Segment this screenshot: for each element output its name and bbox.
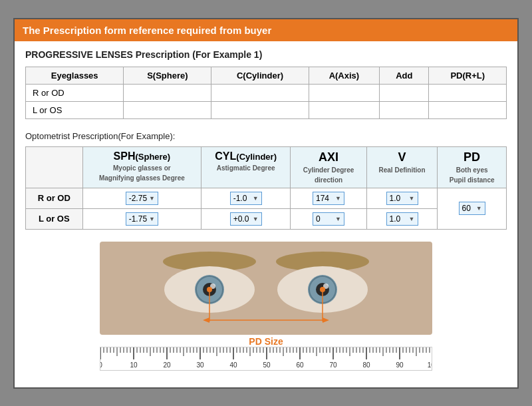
- table-cell: [309, 101, 380, 118]
- header-bar: The Prescription form reference required…: [15, 19, 517, 41]
- pd-size-label: PD Size: [100, 336, 432, 347]
- pd-cell[interactable]: 60▼: [438, 188, 507, 229]
- rx-col-header: A(Axis): [309, 67, 380, 84]
- cyl-cell[interactable]: +0.0▼: [201, 208, 291, 229]
- rx-col-header: Eyeglasses: [26, 67, 124, 84]
- svg-text:30: 30: [196, 361, 204, 369]
- svg-text:90: 90: [396, 361, 404, 369]
- eye-section: PD Size 0102030405060708090100: [25, 242, 507, 373]
- main-card: The Prescription form reference required…: [13, 18, 519, 389]
- sph-cell[interactable]: -1.75▼: [82, 208, 201, 229]
- pd-header: PD Both eyesPupil distance: [438, 146, 507, 188]
- eye-illustration: [100, 242, 432, 335]
- table-cell: [380, 101, 429, 118]
- main-row-label: L or OS: [26, 208, 83, 229]
- main-table-row: L or OS-1.75▼+0.0▼0▼1.0▼: [26, 208, 507, 229]
- table-cell: [211, 84, 309, 101]
- svg-text:50: 50: [263, 361, 271, 369]
- table-cell: [309, 84, 380, 101]
- cyl-cell[interactable]: -1.0▼: [201, 188, 291, 208]
- optometrist-label: Optometrist Prescription(For Example):: [25, 131, 507, 141]
- axi-header: AXI Cylinder Degreedirection: [291, 146, 367, 188]
- main-header-row: SPH(Sphere) Myopic glasses orMagnifying …: [26, 146, 507, 188]
- svg-text:40: 40: [229, 361, 237, 369]
- rx-col-header: C(Cylinder): [211, 67, 309, 84]
- svg-rect-0: [100, 242, 432, 335]
- svg-text:80: 80: [362, 361, 370, 369]
- main-rx-table: SPH(Sphere) Myopic glasses orMagnifying …: [25, 146, 507, 230]
- rx-col-header: Add: [380, 67, 429, 84]
- table-cell: [211, 101, 309, 118]
- sph-cell[interactable]: -2.75▼: [82, 188, 201, 208]
- header-text: The Prescription form reference required…: [23, 25, 271, 36]
- v-header: V Real Definition: [366, 146, 437, 188]
- axi-cell[interactable]: 174▼: [291, 188, 367, 208]
- svg-text:60: 60: [296, 361, 304, 369]
- cyl-header: CYL(Cylinder) Astigmatic Degree: [201, 146, 291, 188]
- row-label: R or OD: [26, 84, 124, 101]
- table-row: R or OD: [26, 84, 507, 101]
- table-cell: [124, 84, 211, 101]
- v-cell[interactable]: 1.0▼: [366, 188, 437, 208]
- table-cell: [429, 84, 507, 101]
- prescription-table: EyeglassesS(Sphere)C(Cylinder)A(Axis)Add…: [25, 67, 507, 119]
- ruler: 0102030405060708090100: [100, 347, 432, 371]
- rx-col-header: PD(R+L): [429, 67, 507, 84]
- svg-text:70: 70: [329, 361, 337, 369]
- empty-header: [26, 146, 83, 188]
- svg-point-15: [320, 287, 325, 292]
- v-cell[interactable]: 1.0▼: [366, 208, 437, 229]
- table-header-row: EyeglassesS(Sphere)C(Cylinder)A(Axis)Add…: [26, 67, 507, 84]
- table-row: L or OS: [26, 101, 507, 118]
- main-table-row: R or OD-2.75▼-1.0▼174▼1.0▼60▼: [26, 188, 507, 208]
- rx-col-header: S(Sphere): [124, 67, 211, 84]
- content-area: PROGRESSIVE LENSES Prescription (For Exa…: [15, 41, 517, 387]
- sph-header: SPH(Sphere) Myopic glasses orMagnifying …: [82, 146, 201, 188]
- svg-text:10: 10: [130, 361, 138, 369]
- table-cell: [429, 101, 507, 118]
- svg-text:100: 100: [428, 361, 432, 369]
- progressive-title: PROGRESSIVE LENSES Prescription (For Exa…: [25, 49, 507, 60]
- ruler-svg: 0102030405060708090100: [100, 347, 432, 371]
- eye-image-container: PD Size 0102030405060708090100: [100, 242, 432, 371]
- axi-cell[interactable]: 0▼: [291, 208, 367, 229]
- svg-point-13: [207, 287, 212, 292]
- svg-text:0: 0: [100, 361, 102, 369]
- main-row-label: R or OD: [26, 188, 83, 208]
- row-label: L or OS: [26, 101, 124, 118]
- svg-text:20: 20: [163, 361, 171, 369]
- table-cell: [380, 84, 429, 101]
- table-cell: [124, 101, 211, 118]
